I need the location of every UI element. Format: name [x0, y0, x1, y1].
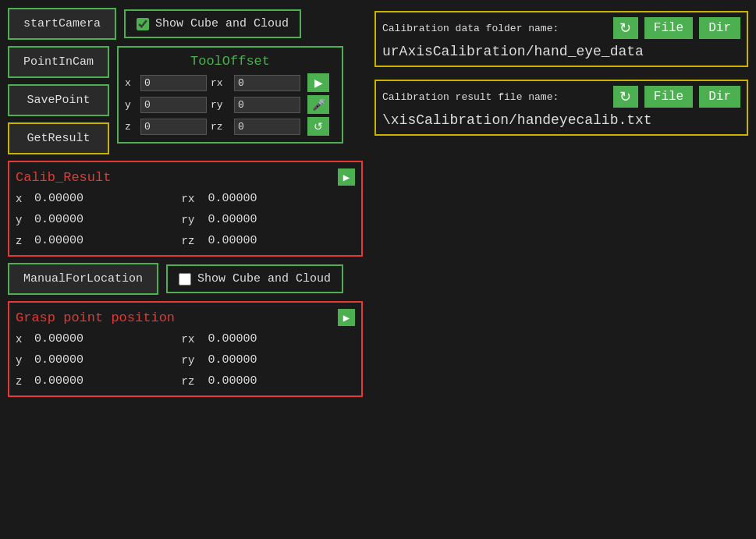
- grasp-y-value: 0.00000: [31, 352, 182, 368]
- calib-result-file-label: Calibration result file name:: [382, 91, 607, 103]
- ry-value-input[interactable]: [234, 97, 300, 113]
- show-cube-label-1: Show Cube and Cloud: [155, 17, 289, 30]
- calib-rx-label: rx: [182, 193, 205, 205]
- calib-result-export-button[interactable]: ▶: [338, 168, 355, 186]
- rz-value-input[interactable]: [234, 119, 300, 135]
- calib-x-value: 0.00000: [31, 190, 182, 207]
- grasp-rx-label: rx: [182, 333, 205, 346]
- calib-folder-panel: Calibration data folder name: ↻ File Dir…: [374, 11, 748, 67]
- grasp-z-label: z: [16, 375, 31, 388]
- show-cube-checkbox-1[interactable]: [137, 18, 149, 30]
- show-cube-label-2: Show Cube and Cloud: [197, 272, 331, 285]
- tool-offset-panel: ToolOffset x rx ▶ y ry 🎤 z rz ↺: [117, 46, 343, 144]
- tool-offset-title: ToolOffset: [125, 54, 335, 69]
- grasp-x-label: x: [16, 333, 31, 346]
- calib-result-panel: Calib_Result ▶ x 0.00000 rx 0.00000 y 0.…: [8, 161, 363, 257]
- tool-action-2-button[interactable]: 🎤: [307, 95, 329, 114]
- show-cube-cloud-wrapper-2[interactable]: Show Cube and Cloud: [166, 264, 343, 293]
- tool-action-3-button[interactable]: ↺: [307, 117, 329, 136]
- calib-z-label: z: [16, 235, 31, 247]
- show-cube-cloud-wrapper-1[interactable]: Show Cube and Cloud: [124, 9, 301, 38]
- grasp-export-button[interactable]: ▶: [338, 309, 355, 326]
- calib-result-file-path: \xisCalibration/handeyecalib.txt: [382, 111, 740, 129]
- calib-folder-label: Calibration data folder name:: [382, 23, 607, 34]
- calib-folder-dir-button[interactable]: Dir: [699, 17, 740, 39]
- show-cube-checkbox-2[interactable]: [179, 273, 191, 285]
- grasp-point-title: Grasp point position: [16, 310, 175, 325]
- calib-rx-value: 0.00000: [205, 190, 356, 207]
- y-value-input[interactable]: [140, 97, 207, 113]
- x-axis-label: x: [125, 77, 140, 89]
- calib-rz-value: 0.00000: [205, 232, 356, 249]
- grasp-ry-value: 0.00000: [205, 352, 356, 368]
- point-in-cam-button[interactable]: PointInCam: [8, 46, 109, 78]
- start-camera-button[interactable]: startCamera: [8, 8, 116, 40]
- calib-result-file-refresh-button[interactable]: ↻: [613, 86, 638, 108]
- tool-action-1-button[interactable]: ▶: [307, 73, 329, 92]
- z-axis-label: z: [125, 121, 140, 133]
- calib-y-value: 0.00000: [31, 211, 182, 228]
- grasp-rx-value: 0.00000: [205, 331, 356, 347]
- grasp-point-panel: Grasp point position ▶ x 0.00000 rx 0.00…: [8, 301, 363, 397]
- grasp-x-value: 0.00000: [31, 331, 182, 347]
- calib-result-title: Calib_Result: [16, 170, 111, 185]
- calib-ry-label: ry: [182, 214, 205, 226]
- calib-ry-value: 0.00000: [205, 211, 356, 228]
- manual-for-location-button[interactable]: ManualForLocation: [8, 263, 158, 295]
- calib-folder-path: urAxisCalibration/hand_eye_data: [382, 42, 740, 61]
- z-value-input[interactable]: [140, 119, 207, 135]
- rx-axis-label: rx: [211, 77, 234, 89]
- calib-z-value: 0.00000: [31, 232, 182, 249]
- calib-result-file-button[interactable]: File: [644, 86, 693, 108]
- y-axis-label: y: [125, 99, 140, 111]
- x-value-input[interactable]: [140, 75, 207, 91]
- calib-result-dir-button[interactable]: Dir: [699, 86, 740, 108]
- rx-value-input[interactable]: [234, 75, 300, 91]
- ry-axis-label: ry: [211, 99, 234, 111]
- rz-axis-label: rz: [211, 121, 234, 133]
- grasp-ry-label: ry: [182, 354, 205, 367]
- calib-x-label: x: [16, 193, 31, 205]
- save-point-button[interactable]: SavePoint: [8, 84, 109, 116]
- calib-rz-label: rz: [182, 235, 205, 247]
- grasp-rz-label: rz: [182, 375, 205, 388]
- calib-y-label: y: [16, 214, 31, 226]
- grasp-rz-value: 0.00000: [205, 373, 356, 389]
- calib-folder-file-button[interactable]: File: [644, 17, 693, 39]
- grasp-y-label: y: [16, 354, 31, 367]
- calib-result-file-panel: Calibration result file name: ↻ File Dir…: [374, 80, 748, 136]
- get-result-button[interactable]: GetResult: [8, 122, 109, 154]
- grasp-z-value: 0.00000: [31, 373, 182, 389]
- calib-folder-refresh-button[interactable]: ↻: [613, 17, 638, 39]
